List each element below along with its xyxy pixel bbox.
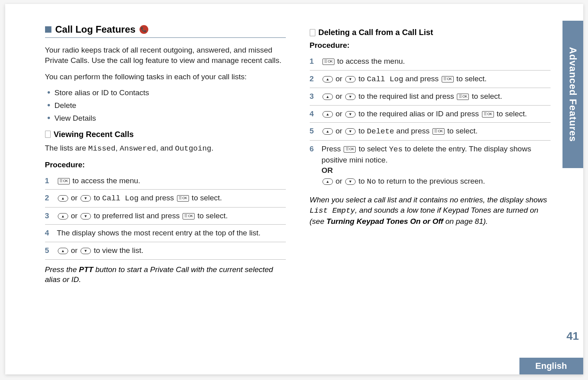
side-tab-area: Advanced Features 41 [562, 4, 583, 374]
step-number: 3 [310, 91, 316, 102]
left-column: Call Log Features Your radio keeps track… [45, 24, 286, 366]
or-text: OR [322, 165, 551, 176]
step-row: 2 or to Call Log and press to select. [45, 190, 286, 208]
ok-key-icon [482, 111, 494, 118]
step-row: 5 or to Delete and press to select. [310, 123, 551, 141]
step-row: 2 or to Call Log and press to select. [310, 71, 551, 88]
step-body: The display shows the most recent entry … [57, 228, 286, 239]
step-row: 1 to access the menu. [45, 172, 286, 190]
text: The lists are [45, 144, 88, 152]
step-body: or to Delete and press to select. [322, 126, 551, 137]
text: and press [403, 74, 441, 83]
text: to the required list and press [356, 92, 456, 100]
step-number: 2 [45, 193, 51, 204]
up-key-icon [58, 213, 68, 219]
text: to select. [195, 212, 228, 220]
note-text: Press the PTT button to start a Private … [45, 264, 286, 285]
text: and press [394, 127, 432, 135]
code-text: Missed [88, 144, 115, 153]
text: to select. [454, 74, 487, 83]
up-key-icon [58, 248, 68, 254]
step-row: 6 Press to select Yes to delete the entr… [310, 141, 551, 190]
text: to access the menu. [71, 176, 140, 185]
down-key-icon [345, 94, 356, 100]
step-row: 4 or to the required alias or ID and pre… [310, 106, 551, 123]
code-text: Call Log [102, 194, 138, 203]
text: to select [356, 145, 389, 153]
ok-key-icon [183, 213, 195, 219]
ok-key-icon [177, 195, 189, 202]
code-text: Answered [120, 144, 156, 153]
text: to [356, 74, 367, 83]
list-item: View Details [47, 114, 286, 123]
step-row: 5 or to view the list. [45, 242, 286, 260]
text: to [92, 194, 102, 202]
up-key-icon [58, 195, 68, 202]
ok-key-icon [457, 94, 469, 100]
step-number: 5 [310, 126, 316, 137]
text: to preferred list and press [92, 212, 182, 220]
down-key-icon [345, 76, 356, 82]
text: to the required alias or ID and press [356, 110, 481, 118]
text: or [334, 92, 344, 100]
ok-key-icon [323, 59, 334, 65]
step-body: to access the menu. [322, 56, 551, 67]
down-key-icon [345, 111, 356, 118]
document-icon [310, 29, 315, 36]
step-number: 1 [45, 176, 51, 186]
text: to [356, 127, 367, 135]
task-list: Store alias or ID to Contacts Delete Vie… [47, 88, 286, 123]
text: to select. [445, 127, 478, 135]
text: or [334, 74, 344, 83]
list-item: Store alias or ID to Contacts [47, 88, 286, 97]
procedure-label: Procedure: [310, 41, 551, 50]
cross-ref-link[interactable]: Turning Keypad Tones On or Off [326, 217, 443, 225]
step-number: 5 [45, 245, 51, 256]
text: to view the list. [92, 246, 144, 255]
steps-list: 1 to access the menu. 2 or to Call Log a… [45, 172, 286, 260]
step-row: 4 The display shows the most recent entr… [45, 225, 286, 242]
text: or [334, 127, 344, 135]
lists-description: The lists are Missed, Answered, and Outg… [45, 143, 286, 154]
ok-key-icon [442, 76, 454, 82]
step-body: or to Call Log and press to select. [57, 193, 286, 204]
language-tab: English [519, 358, 583, 374]
text: on page 81). [443, 217, 488, 225]
step-number: 4 [310, 109, 316, 119]
text: Press the [45, 265, 79, 274]
code-text: Call Log [367, 75, 403, 84]
ok-key-icon [433, 128, 444, 135]
text: Press [322, 145, 343, 153]
code-text: List Empty [310, 206, 355, 215]
page-number: 41 [566, 330, 579, 342]
step-body: or to the required list and press to sel… [322, 91, 551, 102]
text: to access the menu. [335, 57, 405, 65]
language-label: English [535, 361, 567, 371]
step-body: Press to select Yes to delete the entry.… [322, 144, 551, 187]
step-number: 2 [310, 74, 316, 84]
text: to select. [470, 92, 502, 100]
step-number: 6 [310, 144, 316, 155]
down-key-icon [81, 195, 91, 202]
sub-title: Deleting a Call from a Call List [319, 28, 433, 37]
step-body: or to Call Log and press to select. [322, 74, 551, 85]
step-body: or to preferred list and press to select… [57, 211, 286, 221]
step-number: 1 [310, 56, 316, 67]
down-key-icon [81, 213, 91, 219]
code-text: Outgoing [175, 144, 211, 153]
down-key-icon [345, 128, 356, 135]
code-text: Yes [389, 145, 403, 154]
step-body: to access the menu. [57, 176, 286, 186]
step-row: 1 to access the menu. [310, 53, 551, 71]
ok-key-icon [344, 146, 356, 153]
section-title: Call Log Features [55, 24, 136, 35]
step-row: 3 or to the required list and press to s… [310, 88, 551, 106]
section-heading: Call Log Features [45, 24, 286, 38]
list-item: Delete [47, 101, 286, 110]
text: or [69, 212, 80, 220]
steps-list: 1 to access the menu. 2 or to Call Log a… [310, 53, 551, 190]
procedure-label: Procedure: [45, 161, 286, 169]
right-column: Deleting a Call from a Call List Procedu… [310, 24, 551, 366]
text: and press [139, 194, 176, 202]
up-key-icon [323, 178, 333, 185]
